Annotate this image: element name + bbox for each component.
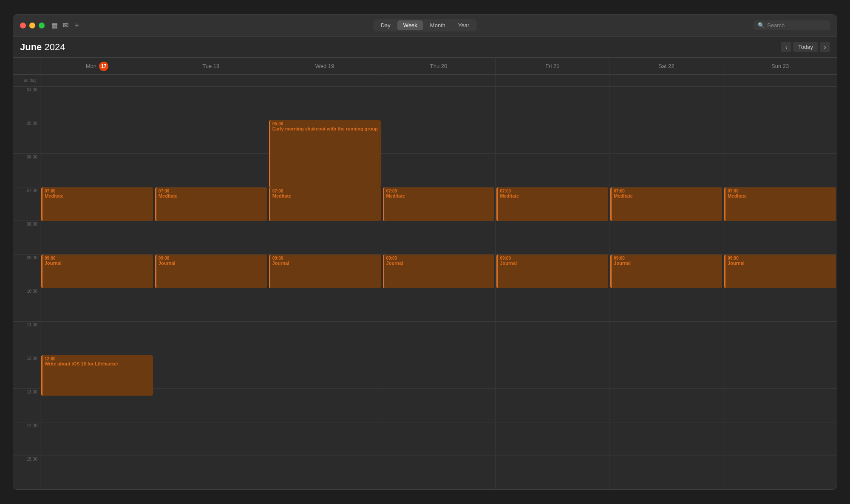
fri-0500[interactable]: [496, 120, 609, 154]
event-meditate-fri[interactable]: 07:00 Meditate: [496, 187, 608, 221]
minimize-button[interactable]: [29, 23, 35, 28]
day-col-thu[interactable]: 07:00 Meditate 09:00 Journal: [382, 87, 496, 490]
fri-1200[interactable]: [496, 355, 609, 389]
sun-0400[interactable]: [723, 87, 837, 120]
fri-1000[interactable]: [496, 288, 609, 322]
fri-0800[interactable]: [496, 221, 609, 255]
tue-1200[interactable]: [154, 355, 268, 389]
event-journal-thu[interactable]: 09:00 Journal: [383, 255, 495, 288]
add-icon[interactable]: ＋: [74, 21, 80, 30]
event-meditate-thu[interactable]: 07:00 Meditate: [383, 187, 495, 221]
tue-1000[interactable]: [154, 288, 268, 322]
sun-1100[interactable]: [723, 322, 837, 355]
event-journal-mon[interactable]: 09:00 Journal: [41, 255, 153, 288]
mon-1100[interactable]: [40, 322, 154, 355]
fri-1300[interactable]: [496, 389, 609, 422]
sun-1400[interactable]: [723, 422, 837, 456]
mon-0400[interactable]: [40, 87, 154, 120]
sat-1300[interactable]: [609, 389, 723, 422]
event-meditate-tue[interactable]: 07:00 Meditate: [155, 187, 267, 221]
day-col-wed[interactable]: 05:00 Early morning shakeout with the ru…: [268, 87, 382, 490]
tue-0500[interactable]: [154, 120, 268, 154]
next-button[interactable]: ›: [820, 42, 830, 52]
event-meditate-sun[interactable]: 07:00 Meditate: [724, 187, 836, 221]
tab-month[interactable]: Month: [424, 20, 451, 30]
sun-1200[interactable]: [723, 355, 837, 389]
sat-0600[interactable]: [609, 154, 723, 187]
event-meditate-mon[interactable]: 07:00 Meditate: [41, 187, 153, 221]
mon-1000[interactable]: [40, 288, 154, 322]
tab-week[interactable]: Week: [397, 20, 423, 30]
thu-0600[interactable]: [382, 154, 496, 187]
today-button[interactable]: Today: [793, 42, 818, 52]
tue-1300[interactable]: [154, 389, 268, 422]
thu-0800[interactable]: [382, 221, 496, 255]
fri-1500[interactable]: [496, 456, 609, 490]
tue-1400[interactable]: [154, 422, 268, 456]
fri-1100[interactable]: [496, 322, 609, 355]
event-meditate-sat[interactable]: 07:00 Meditate: [610, 187, 722, 221]
wed-1200[interactable]: [268, 355, 382, 389]
mon-1500[interactable]: [40, 456, 154, 490]
mon-0500[interactable]: [40, 120, 154, 154]
event-write-ios-mon[interactable]: 12:00 Write about iOS 18 for Lifehacker: [41, 355, 153, 396]
thu-1200[interactable]: [382, 355, 496, 389]
event-meditate-wed[interactable]: 07:00 Meditate: [269, 187, 381, 221]
close-button[interactable]: [20, 23, 26, 28]
sun-1300[interactable]: [723, 389, 837, 422]
tab-day[interactable]: Day: [375, 20, 397, 30]
day-col-mon[interactable]: 07:00 Meditate 09:00 Journal 12:00 Write…: [40, 87, 154, 490]
mon-1400[interactable]: [40, 422, 154, 456]
day-col-tue[interactable]: 07:00 Meditate 09:00 Journal: [154, 87, 268, 490]
sat-1000[interactable]: [609, 288, 723, 322]
sun-0600[interactable]: [723, 154, 837, 187]
tue-1500[interactable]: [154, 456, 268, 490]
day-col-fri[interactable]: 07:00 Meditate 09:00 Journal: [496, 87, 609, 490]
wed-1400[interactable]: [268, 422, 382, 456]
wed-0800[interactable]: [268, 221, 382, 255]
thu-1000[interactable]: [382, 288, 496, 322]
fri-0400[interactable]: [496, 87, 609, 120]
prev-button[interactable]: ‹: [781, 42, 791, 52]
tue-0400[interactable]: [154, 87, 268, 120]
thu-1500[interactable]: [382, 456, 496, 490]
day-col-sun[interactable]: 07:00 Meditate 09:00 Journal: [723, 87, 837, 490]
tue-0800[interactable]: [154, 221, 268, 255]
event-journal-sun[interactable]: 09:00 Journal: [724, 255, 836, 288]
event-shakeout-wed[interactable]: 05:00 Early morning shakeout with the ru…: [269, 120, 381, 187]
tab-year[interactable]: Year: [452, 20, 475, 30]
wed-0400[interactable]: [268, 87, 382, 120]
sun-0800[interactable]: [723, 221, 837, 255]
sun-1500[interactable]: [723, 456, 837, 490]
sat-1500[interactable]: [609, 456, 723, 490]
maximize-button[interactable]: [39, 23, 45, 28]
event-journal-sat[interactable]: 09:00 Journal: [610, 255, 722, 288]
sun-0500[interactable]: [723, 120, 837, 154]
tue-0600[interactable]: [154, 154, 268, 187]
search-box[interactable]: 🔍 Search: [754, 20, 830, 30]
thu-0500[interactable]: [382, 120, 496, 154]
event-journal-tue[interactable]: 09:00 Journal: [155, 255, 267, 288]
thu-1400[interactable]: [382, 422, 496, 456]
wed-1300[interactable]: [268, 389, 382, 422]
mon-0800[interactable]: [40, 221, 154, 255]
wed-1000[interactable]: [268, 288, 382, 322]
wed-1100[interactable]: [268, 322, 382, 355]
fri-1400[interactable]: [496, 422, 609, 456]
sat-0800[interactable]: [609, 221, 723, 255]
tue-1100[interactable]: [154, 322, 268, 355]
sat-0400[interactable]: [609, 87, 723, 120]
thu-0400[interactable]: [382, 87, 496, 120]
sat-1400[interactable]: [609, 422, 723, 456]
thu-1300[interactable]: [382, 389, 496, 422]
thu-1100[interactable]: [382, 322, 496, 355]
fri-0600[interactable]: [496, 154, 609, 187]
event-journal-fri[interactable]: 09:00 Journal: [496, 255, 608, 288]
calendar-icon[interactable]: ▦: [51, 21, 58, 29]
mon-0600[interactable]: [40, 154, 154, 187]
day-col-sat[interactable]: 07:00 Meditate 09:00 Journal: [609, 87, 723, 490]
inbox-icon[interactable]: ✉: [63, 21, 68, 29]
sun-1000[interactable]: [723, 288, 837, 322]
wed-1500[interactable]: [268, 456, 382, 490]
sat-1100[interactable]: [609, 322, 723, 355]
